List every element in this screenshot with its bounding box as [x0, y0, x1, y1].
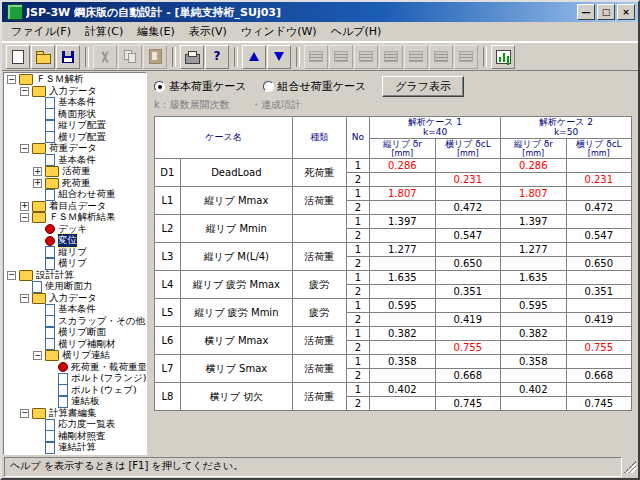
- help-icon: [211, 50, 223, 63]
- value-cell: [370, 397, 435, 411]
- tree-expander-icon[interactable]: −: [20, 87, 29, 96]
- folder-icon: [19, 74, 33, 85]
- toolbar-new-button[interactable]: [6, 45, 30, 69]
- toolbar-print-button[interactable]: [180, 45, 204, 69]
- value-cell: [501, 341, 566, 355]
- value-cell: [370, 341, 435, 355]
- window-title: JSP-3W 鋼床版の自動設計 - [単純支持桁_SUj03]: [26, 5, 577, 20]
- value-cell: 0.382: [370, 327, 435, 341]
- value-cell: 0.351: [435, 285, 500, 299]
- document-icon: [45, 304, 55, 316]
- new-icon: [12, 50, 24, 64]
- toolbar-help-button[interactable]: [205, 45, 229, 69]
- case-name-cell: 横リブ Mmax: [180, 327, 292, 355]
- document-icon: [45, 315, 55, 327]
- tree-expander-icon[interactable]: −: [20, 144, 29, 153]
- tree-expander-icon[interactable]: +: [33, 167, 42, 176]
- tree-expander-icon[interactable]: +: [20, 202, 29, 211]
- paste-icon: [149, 49, 162, 64]
- value-cell: [435, 215, 500, 229]
- menu-item-file[interactable]: ファイル(F): [4, 22, 78, 41]
- table-row: L2縦リブ Mmin11.3971.397: [155, 215, 632, 229]
- tree-expander-icon[interactable]: −: [20, 213, 29, 222]
- mini-1-icon: [309, 51, 323, 62]
- combined-case-radio[interactable]: 組合せ荷重ケース: [263, 79, 367, 94]
- document-icon: [32, 281, 42, 293]
- graph-display-button[interactable]: グラフ表示: [382, 76, 464, 97]
- value-cell: 1.277: [370, 243, 435, 257]
- value-cell: [435, 327, 500, 341]
- tree-expander-icon[interactable]: +: [33, 179, 42, 188]
- toolbar-move-down-button[interactable]: [267, 45, 291, 69]
- toolbar-paste-button: [143, 45, 167, 69]
- toolbar-mini-4-button: [379, 45, 403, 69]
- value-cell: [370, 173, 435, 187]
- tree-expander-icon[interactable]: −: [7, 271, 16, 280]
- tree-expander-icon[interactable]: −: [7, 75, 16, 84]
- case-name-header: ケース名: [155, 117, 293, 159]
- no-cell: 2: [346, 257, 369, 271]
- value-cell: [566, 271, 632, 285]
- tree-item[interactable]: 横リブ: [4, 258, 146, 270]
- cross-rib-label: 横リブ δcL: [569, 139, 630, 149]
- table-row: L1縦リブ Mmax活荷重11.8071.807: [155, 187, 632, 201]
- menu-item-edit[interactable]: 編集(E): [130, 22, 182, 41]
- toolbar-open-button[interactable]: [31, 45, 55, 69]
- mini-5-icon: [409, 51, 423, 62]
- toolbar-result-graph-button[interactable]: [491, 45, 515, 69]
- value-cell: [370, 257, 435, 271]
- maximize-button[interactable]: □: [597, 4, 615, 20]
- unit-label: [mm]: [569, 149, 630, 158]
- window-controls: —□×: [577, 4, 635, 20]
- tree-expander-icon[interactable]: −: [20, 409, 29, 418]
- value-cell: 0.419: [566, 313, 632, 327]
- value-cell: [566, 327, 632, 341]
- case-id-cell: L3: [155, 243, 181, 271]
- resize-grip[interactable]: [624, 461, 636, 473]
- results-pane: 基本荷重ケース 組合せ荷重ケース グラフ表示 k：級数展開次数 ・連成項計: [148, 71, 638, 456]
- toolbar: [2, 42, 638, 71]
- menu-bar: ファイル(F)計算(C)編集(E)表示(V)ウィンドウ(W)ヘルプ(H): [2, 22, 638, 42]
- case-name-cell: 縦リブ 疲労 Mmax: [180, 271, 292, 299]
- menu-item-window[interactable]: ウィンドウ(W): [234, 22, 324, 41]
- no-cell: 2: [346, 229, 369, 243]
- value-cell: 0.358: [501, 355, 566, 369]
- toolbar-move-up-button[interactable]: [242, 45, 266, 69]
- case2-k-value: k=50: [503, 127, 629, 137]
- minimize-button[interactable]: —: [577, 4, 595, 20]
- results-table: ケース名 種類 No 解析ケース 1 k=40 解析ケース 2 k=50: [154, 116, 632, 411]
- menu-item-help[interactable]: ヘルプ(H): [324, 22, 389, 41]
- table-row: L7横リブ Smax活荷重10.3580.358: [155, 355, 632, 369]
- no-cell: 1: [346, 187, 369, 201]
- table-row: D1DeadLoad死荷重10.2860.286: [155, 159, 632, 173]
- value-cell: [566, 243, 632, 257]
- value-cell: [566, 355, 632, 369]
- table-row: L4縦リブ 疲労 Mmax疲労11.6351.635: [155, 271, 632, 285]
- tree-expander-icon[interactable]: −: [20, 294, 29, 303]
- toolbar-save-button[interactable]: [56, 45, 80, 69]
- no-cell: 1: [346, 299, 369, 313]
- value-cell: 0.650: [566, 257, 632, 271]
- case-id-cell: L6: [155, 327, 181, 355]
- value-cell: 0.745: [566, 397, 632, 411]
- tree-expander-icon[interactable]: −: [33, 351, 42, 360]
- basic-case-radio[interactable]: 基本荷重ケース: [154, 79, 247, 94]
- value-cell: 1.397: [370, 215, 435, 229]
- value-cell: [501, 229, 566, 243]
- coupling-note: ・連成項計: [251, 99, 301, 110]
- value-cell: [435, 243, 500, 257]
- result-graph-icon: [496, 50, 511, 64]
- case-name-cell: 縦リブ Mmax: [180, 187, 292, 215]
- tree-item[interactable]: 連結計算: [4, 442, 146, 454]
- case2-header: 解析ケース 2 k=50: [501, 117, 632, 139]
- value-cell: 1.807: [370, 187, 435, 201]
- close-button[interactable]: ×: [617, 4, 635, 20]
- value-cell: [435, 187, 500, 201]
- type-cell: 活荷重: [292, 327, 346, 355]
- cross-rib-header-1: 横リブ δcL [mm]: [435, 138, 500, 159]
- folder-icon: [32, 201, 46, 212]
- menu-item-calc[interactable]: 計算(C): [78, 22, 130, 41]
- menu-item-view[interactable]: 表示(V): [182, 22, 234, 41]
- value-cell: [566, 383, 632, 397]
- no-cell: 2: [346, 369, 369, 383]
